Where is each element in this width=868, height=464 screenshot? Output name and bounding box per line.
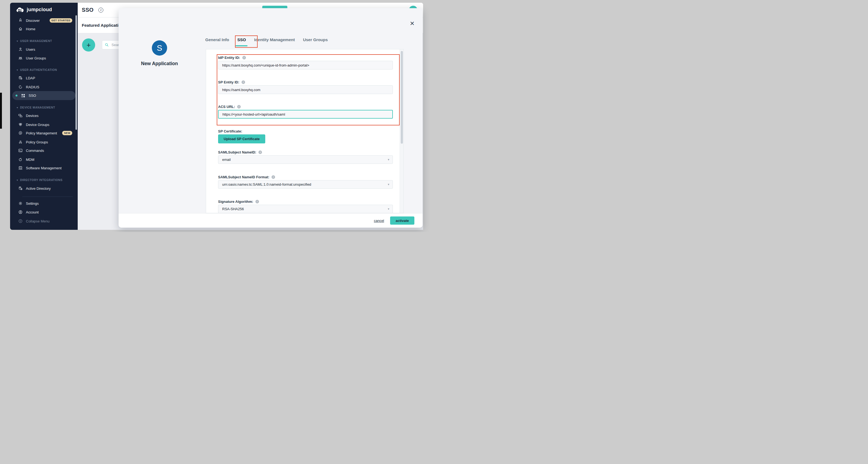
field-label-row: SP Certificate: — [218, 129, 393, 133]
get-started-badge: GET STARTED — [50, 18, 72, 23]
app-screen: jumpcloud Discover GET STARTED Home ▾ US… — [0, 0, 434, 232]
saml-subject-nameid-format-label: SAMLSubject NameID Format: — [218, 175, 269, 179]
sidebar-item-commands[interactable]: Commands — [12, 146, 75, 155]
sidebar-item-collapse-menu[interactable]: Collapse Menu — [12, 217, 75, 225]
signature-algorithm-select[interactable]: RSA-SHA256 ▾ — [218, 205, 393, 213]
sidebar-item-label: Software Management — [26, 166, 62, 170]
activate-button[interactable]: activate — [390, 216, 414, 225]
sidebar-item-radius[interactable]: RADIUS — [12, 83, 75, 91]
sidebar-divider — [22, 196, 73, 197]
gear-icon — [18, 201, 23, 206]
user-icon — [18, 47, 23, 52]
sidebar-item-label: Collapse Menu — [26, 219, 50, 223]
field-signature-algorithm: Signature Algorithm: i RSA-SHA256 ▾ — [218, 199, 393, 213]
info-icon[interactable]: i — [258, 151, 262, 154]
sidebar-item-label: Active Directory — [26, 186, 51, 191]
field-label-row: SAMLSubject NameID: i — [218, 150, 393, 155]
sidebar-item-label: Settings — [26, 202, 39, 206]
sidebar-item-sso[interactable]: SSO — [12, 91, 75, 100]
sidebar-item-policy-groups[interactable]: Policy Groups — [12, 138, 75, 146]
info-icon[interactable]: i — [272, 175, 275, 179]
sidebar-item-devices[interactable]: Devices — [12, 112, 75, 120]
terminal-icon — [18, 148, 23, 153]
acs-url-label: ACS URL: — [218, 105, 235, 109]
policy-icon — [18, 131, 23, 135]
section-title: DEVICE MANAGEMENT — [20, 106, 55, 109]
tab-sso[interactable]: SSO — [238, 37, 246, 43]
sidebar-section-user-management[interactable]: ▾ USER MANAGEMENT — [12, 38, 75, 43]
policy-groups-icon — [18, 140, 23, 144]
sidebar-item-active-directory[interactable]: Active Directory — [12, 184, 75, 192]
cancel-button[interactable]: cancel — [374, 219, 384, 223]
sidebar-item-label: Policy Groups — [26, 140, 48, 144]
jumpcloud-cloud-icon — [16, 6, 25, 13]
devices-icon — [18, 114, 23, 118]
users-group-icon — [18, 56, 23, 60]
saml-subject-nameid-select[interactable]: email ▾ — [218, 155, 393, 164]
info-icon[interactable]: i — [98, 8, 103, 12]
acs-url-input[interactable] — [218, 110, 393, 119]
selected-value: urn:oasis:names:tc:SAML:1.0:nameid-forma… — [222, 182, 311, 186]
sidebar-item-users[interactable]: Users — [12, 45, 75, 54]
sidebar-item-mdm[interactable]: MDM — [12, 155, 75, 163]
sidebar-item-settings[interactable]: Settings — [12, 199, 75, 208]
field-sp-entity-id: SP Entity ID: i — [218, 80, 393, 94]
sidebar-section-directory-integrations[interactable]: ▾ DIRECTORY INTEGRATIONS — [12, 178, 75, 182]
rocket-icon — [18, 18, 23, 23]
sidebar-section-device-management[interactable]: ▾ DEVICE MANAGEMENT — [12, 105, 75, 110]
account-icon — [18, 210, 23, 214]
form-scrollbar-thumb[interactable] — [401, 51, 403, 144]
info-icon[interactable]: i — [242, 56, 246, 59]
tab-identity-management[interactable]: Identity Management — [254, 37, 295, 43]
sp-entity-id-input[interactable] — [218, 85, 393, 94]
chevron-down-icon: ▾ — [17, 39, 18, 42]
sidebar-section-user-authentication[interactable]: ▾ USER AUTHENTICATION — [12, 67, 75, 72]
search-icon — [105, 43, 109, 47]
sidebar-scrollbar-thumb[interactable] — [75, 15, 77, 130]
sidebar-item-home[interactable]: Home — [12, 25, 75, 33]
close-icon[interactable]: × — [408, 19, 416, 28]
field-label-row: ACS URL: i — [218, 104, 393, 109]
sidebar-item-user-groups[interactable]: User Groups — [12, 54, 75, 62]
caret-down-icon: ▾ — [388, 207, 389, 211]
sidebar-item-device-groups[interactable]: Device Groups — [12, 121, 75, 129]
add-application-button[interactable]: + — [82, 38, 95, 52]
sidebar-item-label: LDAP — [26, 76, 35, 80]
jumpcloud-logo[interactable]: jumpcloud — [16, 6, 52, 13]
modal-tabs: General Info SSO Identity Management Use… — [205, 37, 328, 43]
field-idp-entity-id: IdP Entity ID: i — [218, 55, 393, 69]
info-icon[interactable]: i — [242, 81, 245, 84]
form-scrollbar-track[interactable] — [400, 49, 403, 213]
field-label-row: Signature Algorithm: i — [218, 199, 393, 204]
field-label-row: SP Entity ID: i — [218, 80, 393, 85]
upload-sp-certificate-button[interactable]: Upload SP Certificate — [218, 134, 265, 144]
section-title: DIRECTORY INTEGRATIONS — [20, 178, 63, 182]
sidebar-item-label: Discover — [26, 19, 40, 23]
caret-down-icon: ▾ — [388, 158, 389, 161]
sidebar-item-discover[interactable]: Discover GET STARTED — [12, 17, 75, 25]
sidebar-item-label: Policy Management — [26, 131, 57, 135]
info-icon[interactable]: i — [255, 200, 259, 204]
sidebar-item-label: Commands — [26, 149, 44, 153]
app-grid-icon — [21, 94, 25, 98]
field-label-row: IdP Entity ID: i — [218, 55, 393, 60]
sidebar-item-policy-management[interactable]: Policy Management NEW — [12, 129, 75, 137]
sidebar-item-account[interactable]: Account — [12, 208, 75, 216]
saml-subject-nameid-format-select[interactable]: urn:oasis:names:tc:SAML:1.0:nameid-forma… — [218, 180, 393, 189]
tab-user-groups[interactable]: User Groups — [303, 37, 328, 43]
info-icon[interactable]: i — [237, 105, 241, 109]
caret-down-icon: ▾ — [388, 183, 389, 186]
sidebar-item-label: Account — [26, 210, 39, 214]
idp-entity-id-input[interactable] — [218, 61, 393, 69]
radius-icon — [18, 85, 23, 89]
sidebar-item-label: Users — [26, 48, 35, 52]
logo-wordmark: jumpcloud — [27, 7, 52, 12]
sidebar-item-software-management[interactable]: Software Management — [12, 164, 75, 172]
selected-value: RSA-SHA256 — [222, 207, 244, 211]
section-title: USER MANAGEMENT — [20, 39, 52, 42]
sidebar-item-ldap[interactable]: LDAP — [12, 74, 75, 82]
screen-edge-artifact — [0, 93, 2, 129]
sidebar-item-label: Devices — [26, 114, 38, 118]
software-icon — [18, 166, 23, 170]
tab-general-info[interactable]: General Info — [205, 37, 229, 43]
